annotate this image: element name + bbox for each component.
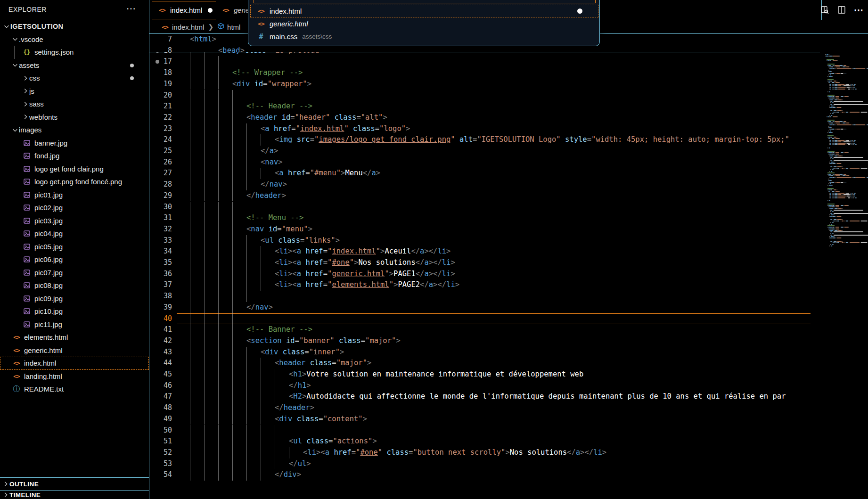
timeline-label: TIMELINE	[9, 491, 41, 499]
tree-item-pic04-jpg[interactable]: pic04.jpg	[0, 227, 149, 240]
tree-item-css[interactable]: css	[0, 72, 149, 85]
code-line-26[interactable]: 26<nav>	[149, 157, 820, 168]
code-line-50[interactable]: 50	[149, 425, 820, 436]
minimap[interactable]	[820, 34, 868, 499]
code-line-39[interactable]: 39</nav>	[149, 302, 820, 313]
tree-item-pic03-jpg[interactable]: pic03.jpg	[0, 214, 149, 228]
minimap-line	[829, 163, 842, 164]
modified-dot[interactable]	[208, 8, 213, 13]
code-line-44[interactable]: 44<header class="major">	[149, 358, 820, 369]
open-changes-icon[interactable]	[820, 5, 829, 15]
tree-item-elements-html[interactable]: <>elements.html	[0, 331, 149, 344]
minimap-line	[829, 144, 857, 145]
line-number: 53	[149, 458, 177, 470]
tree-item--vscode[interactable]: .vscode	[0, 33, 149, 46]
tree-item-generic-html[interactable]: <>generic.html	[0, 344, 149, 357]
tree-item-landing-html[interactable]: <>landing.html	[0, 370, 149, 383]
code-line-34[interactable]: 34<li><a href="index.html">Aceuil</a></l…	[149, 246, 820, 257]
tree-item-label: .vscode	[19, 35, 43, 43]
tree-item-js[interactable]: js	[0, 85, 149, 98]
outline-section-header[interactable]: OUTLINE	[0, 477, 149, 490]
code-line-53[interactable]: 53</ul>	[149, 458, 820, 470]
tree-item-pic05-jpg[interactable]: pic05.jpg	[0, 240, 149, 254]
code-line-43[interactable]: 43<div class="inner">	[149, 347, 820, 358]
code-line-25[interactable]: 25</a>	[149, 146, 820, 157]
indent-guide	[190, 168, 190, 179]
tree-item-pic08-jpg[interactable]: pic08.jpg	[0, 279, 149, 292]
tree-item-pic02-jpg[interactable]: pic02.jpg	[0, 201, 149, 214]
code-line-20[interactable]: 20	[149, 90, 820, 101]
indent-guide	[218, 157, 219, 168]
code-line-40[interactable]: 40	[149, 313, 820, 325]
code-line-41[interactable]: 41<!-- Banner -->	[149, 324, 820, 335]
code-line-33[interactable]: 33<ul class="links">	[149, 235, 820, 246]
tree-item-pic10-jpg[interactable]: pic10.jpg	[0, 305, 149, 318]
indent-guide	[246, 168, 247, 179]
code-line-21[interactable]: 21<!-- Header -->	[149, 101, 820, 112]
tree-item-images[interactable]: images	[0, 123, 149, 137]
code-line-48[interactable]: 48</header>	[149, 402, 820, 414]
code-line-18[interactable]: 18<!-- Wrapper -->	[149, 67, 820, 79]
tree-item-logo-get-png-fond-fonc-png[interactable]: logo get.png fond foncé.png	[0, 175, 149, 188]
tree-item-pic09-jpg[interactable]: pic09.jpg	[0, 292, 149, 305]
code-line-42[interactable]: 42<section id="banner" class="major">	[149, 335, 820, 347]
minimap-line	[829, 171, 833, 172]
timeline-section-header[interactable]: TIMELINE	[0, 490, 149, 499]
tree-item-pic11-jpg[interactable]: pic11.jpg	[0, 318, 149, 331]
tree-item-readme-txt[interactable]: ⓘREADME.txt	[0, 383, 149, 396]
tree-item-assets[interactable]: assets	[0, 59, 149, 72]
code-line-46[interactable]: 46</h1>	[149, 380, 820, 392]
code-text: <div id="wrapper">	[232, 79, 311, 90]
code-line-49[interactable]: 49<div class="content">	[149, 414, 820, 425]
tree-item-igetsolution[interactable]: IGETSOLUTION	[0, 20, 149, 33]
code-line-22[interactable]: 22<header id="header" class="alt">	[149, 112, 820, 123]
code-line-23[interactable]: 23<a href="index.html" class="logo">	[149, 123, 820, 135]
code-line-45[interactable]: 45<h1>Votre solution en maintenance info…	[149, 369, 820, 380]
code-line-17[interactable]: 17	[149, 56, 820, 67]
tree-item-sass[interactable]: sass	[0, 98, 149, 111]
code-line-52[interactable]: 52<li><a href="#one" class="button next …	[149, 447, 820, 458]
tree-item-webfonts[interactable]: webfonts	[0, 111, 149, 124]
minimap-line	[829, 196, 856, 196]
tree-item-logo-get-fond-clair-png[interactable]: logo get fond clair.png	[0, 163, 149, 176]
split-editor-icon[interactable]	[837, 5, 846, 15]
code-line-35[interactable]: 35<li><a href="#one">Nos solutions</a></…	[149, 257, 820, 269]
code-line-19[interactable]: 19<div id="wrapper">	[149, 79, 820, 90]
tree-item-pic07-jpg[interactable]: pic07.jpg	[0, 266, 149, 279]
code-line-32[interactable]: 32<nav id="menu">	[149, 224, 820, 235]
code-line-47[interactable]: 47<H2>Autodidacte qui affectionne le mon…	[149, 391, 820, 402]
tree-item-settings-json[interactable]: {}settings.json	[0, 46, 149, 59]
tree-item-banner-jpg[interactable]: banner.jpg	[0, 137, 149, 150]
code-line-29[interactable]: 29</header>	[149, 190, 820, 202]
quick-open-item-index.html[interactable]: <>index.html	[250, 5, 598, 17]
code-editor[interactable]: 15</head>16<body class="is-preload">1718…	[149, 34, 820, 499]
indent-guide	[232, 269, 233, 280]
more-actions-icon[interactable]: ⋯	[854, 4, 863, 16]
indent-guide	[190, 235, 190, 246]
tree-item-pic06-jpg[interactable]: pic06.jpg	[0, 253, 149, 266]
code-line-38[interactable]: 38	[149, 291, 820, 302]
tree-item-pic01-jpg[interactable]: pic01.jpg	[0, 188, 149, 202]
tree-item-index-html[interactable]: <>index.html	[0, 357, 149, 370]
code-line-31[interactable]: 31<!-- Menu -->	[149, 213, 820, 224]
indent-guide	[204, 369, 205, 380]
tree-item-fond-jpg[interactable]: fond.jpg	[0, 149, 149, 163]
code-line-51[interactable]: 51<ul class="actions">	[149, 436, 820, 447]
code-line-36[interactable]: 36<li><a href="generic.html">PAGE1</a></…	[149, 269, 820, 280]
breadcrumb-file[interactable]: index.html	[172, 23, 204, 31]
minimap-line	[829, 208, 843, 209]
quick-open-input[interactable]	[254, 0, 596, 3]
code-line-27[interactable]: 27<a href="#menu">Menu</a>	[149, 168, 820, 179]
code-line-37[interactable]: 37<li><a href="elements.html">PAGE2</a><…	[149, 279, 820, 291]
code-line-30[interactable]: 30	[149, 202, 820, 213]
tab-index.html[interactable]: <>index.html	[152, 1, 219, 19]
more-actions-icon[interactable]: ⋯	[126, 3, 136, 14]
code-line-28[interactable]: 28</nav>	[149, 179, 820, 190]
code-line-54[interactable]: 54</div>	[149, 469, 820, 481]
code-line-24[interactable]: 24<img src="images/logo get fond clair.p…	[149, 134, 820, 146]
quick-open-item-generic.html[interactable]: <>generic.html	[250, 17, 598, 30]
breadcrumb-symbol[interactable]: html	[227, 23, 240, 31]
indent-guide	[218, 190, 219, 202]
quick-open-item-main.css[interactable]: #main.cssassets\css	[250, 30, 598, 43]
code-text: <!-- Wrapper -->	[232, 67, 303, 79]
